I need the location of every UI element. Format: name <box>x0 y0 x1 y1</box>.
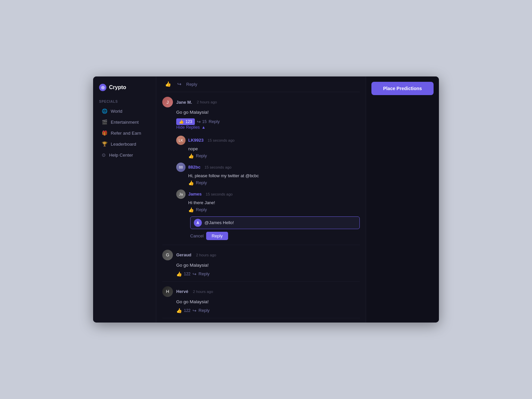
jane-reply-button[interactable]: Reply <box>208 119 219 124</box>
top-like-button[interactable]: 👍 <box>164 80 173 88</box>
sidebar-logo: ◎ Crypto <box>93 82 156 96</box>
entertainment-icon: 🎬 <box>102 119 107 125</box>
jane-actions: 👍 123 ↪ 15 Reply <box>176 118 360 125</box>
leaderboard-icon: 🏆 <box>102 141 107 147</box>
right-panel: Place Predictions <box>366 76 439 323</box>
sidebar-item-leaderboard[interactable]: 🏆 Leaderboard <box>96 139 153 149</box>
jane-like-button[interactable]: 👍 123 <box>176 118 195 125</box>
geraud-username: Geraud <box>176 252 192 257</box>
reply-input-wrapper: A <box>190 216 360 229</box>
james-username: James <box>188 192 201 197</box>
sidebar-item-entertainment-label: Entertainment <box>111 120 139 125</box>
jane-timestamp: 2 hours ago <box>197 100 217 104</box>
jane-shares: 15 <box>202 119 206 124</box>
sidebar-item-world-label: World <box>111 109 122 114</box>
lk9923-actions: 👍 Reply <box>188 153 360 159</box>
james-timestamp: 15 seconds ago <box>205 192 232 196</box>
882bc-reply-button[interactable]: Reply <box>196 180 207 185</box>
sidebar-item-world[interactable]: 🌐 World <box>96 106 153 116</box>
jane-likes: 123 <box>186 119 192 124</box>
herve-likes: 122 <box>184 308 191 313</box>
lk9923-header: LK LK9923 15 seconds ago <box>176 136 360 145</box>
reply-user-initial: A <box>194 219 202 227</box>
sidebar-item-refer-label: Refer and Earn <box>111 131 141 136</box>
882bc-avatar: 88 <box>176 163 186 172</box>
reply-text-input[interactable] <box>204 220 356 225</box>
reply-882bc: 88 882bc 15 seconds ago Hi, please follo… <box>176 160 360 187</box>
geraud-header: G Geraud 2 hours ago <box>162 250 360 260</box>
refer-icon: 🎁 <box>102 130 107 136</box>
comment-jane: J Jane M. 2 hours ago Go go Malaysia! 👍 … <box>162 92 360 245</box>
james-text: Hi there Jane! <box>188 200 360 205</box>
share-icon: ↪ <box>197 119 201 124</box>
jane-username: Jane M. <box>176 100 192 105</box>
chevron-up-icon: ▲ <box>201 125 205 130</box>
lk9923-username: LK9923 <box>188 138 203 143</box>
jane-share-button[interactable]: ↪ 15 <box>197 119 206 124</box>
main-content: 👍 ↪ Reply J Jane M. 2 hours ago Go go Ma… <box>156 76 366 323</box>
882bc-like-button[interactable]: 👍 <box>188 180 194 186</box>
jane-header: J Jane M. 2 hours ago <box>162 97 360 107</box>
geraud-reply-button[interactable]: Reply <box>199 271 209 276</box>
sidebar-item-refer[interactable]: 🎁 Refer and Earn <box>96 128 153 138</box>
top-reply-link[interactable]: Reply <box>186 82 197 87</box>
herve-reply-button[interactable]: Reply <box>199 308 209 313</box>
hide-replies-button[interactable]: Hide Replies ▲ <box>176 125 205 130</box>
geraud-timestamp: 2 hours ago <box>196 253 216 257</box>
top-reply-bar: 👍 ↪ Reply <box>162 76 360 92</box>
cancel-button[interactable]: Cancel <box>190 233 203 238</box>
herve-header: H Hervé 2 hours ago <box>162 286 360 297</box>
james-reply-button[interactable]: Reply <box>196 207 207 212</box>
app-container: ◎ Crypto SPECIALS 🌐 World 🎬 Entertainmen… <box>93 76 439 323</box>
comment-boris: B Boris 2 hours ago Go go Malaysia! <box>162 318 360 323</box>
comment-feed: 👍 ↪ Reply J Jane M. 2 hours ago Go go Ma… <box>156 76 366 323</box>
geraud-like-button[interactable]: 👍 <box>176 271 182 277</box>
comment-herve: H Hervé 2 hours ago Go go Malaysia! 👍 12… <box>162 282 360 318</box>
geraud-likes: 122 <box>184 272 191 276</box>
882bc-username: 882bc <box>188 165 200 170</box>
jane-text: Go go Malaysia! <box>176 109 360 116</box>
reply-lk9923: LK LK9923 15 seconds ago nope 👍 Reply <box>176 133 360 160</box>
herve-text: Go go Malaysia! <box>176 299 360 305</box>
herve-share-button[interactable]: ↪ <box>193 308 197 313</box>
herve-like-button[interactable]: 👍 <box>176 308 182 313</box>
geraud-share-button[interactable]: ↪ <box>193 271 197 277</box>
world-icon: 🌐 <box>102 108 107 114</box>
nested-replies: LK LK9923 15 seconds ago nope 👍 Reply <box>176 133 360 240</box>
reply-actions-row: Cancel Reply <box>190 232 360 240</box>
lk9923-reply-button[interactable]: Reply <box>196 153 207 158</box>
geraud-avatar: G <box>162 250 173 260</box>
herve-username: Hervé <box>176 289 188 294</box>
lk9923-like-button[interactable]: 👍 <box>188 153 194 159</box>
reply-input-area: A Cancel Reply <box>190 216 360 240</box>
geraud-actions: 👍 122 ↪ Reply <box>176 271 360 277</box>
reply-james: Ja James 15 seconds ago Hi there Jane! 👍… <box>176 187 360 214</box>
help-icon: ⊙ <box>102 152 106 158</box>
882bc-text: Hi, please follow my twitter at @bcbc <box>188 173 360 178</box>
sidebar-item-entertainment[interactable]: 🎬 Entertainment <box>96 117 153 127</box>
sidebar-item-help[interactable]: ⊙ Help Center <box>96 150 153 160</box>
sidebar-item-help-label: Help Center <box>109 153 133 158</box>
sidebar-item-leaderboard-label: Leaderboard <box>111 142 136 147</box>
like-icon: 👍 <box>179 119 184 124</box>
james-header: Ja James 15 seconds ago <box>176 190 360 199</box>
herve-actions: 👍 122 ↪ Reply <box>176 308 360 313</box>
herve-timestamp: 2 hours ago <box>193 290 213 294</box>
logo-icon: ◎ <box>99 84 106 91</box>
882bc-actions: 👍 Reply <box>188 180 360 186</box>
lk9923-timestamp: 15 seconds ago <box>207 138 234 142</box>
882bc-header: 88 882bc 15 seconds ago <box>176 163 360 172</box>
882bc-timestamp: 15 seconds ago <box>204 165 231 169</box>
geraud-text: Go go Malaysia! <box>176 262 360 269</box>
place-predictions-button[interactable]: Place Predictions <box>371 82 434 95</box>
top-share-button[interactable]: ↪ <box>176 80 183 88</box>
sidebar: ◎ Crypto SPECIALS 🌐 World 🎬 Entertainmen… <box>93 76 156 323</box>
hide-replies-label: Hide Replies <box>176 125 200 130</box>
jane-avatar: J <box>162 97 173 107</box>
james-avatar: Ja <box>176 190 186 199</box>
reply-submit-button[interactable]: Reply <box>206 232 228 240</box>
james-like-button[interactable]: 👍 <box>188 207 194 212</box>
lk9923-avatar: LK <box>176 136 186 145</box>
specials-section-label: SPECIALS <box>93 96 156 105</box>
comment-geraud: G Geraud 2 hours ago Go go Malaysia! 👍 1… <box>162 245 360 282</box>
